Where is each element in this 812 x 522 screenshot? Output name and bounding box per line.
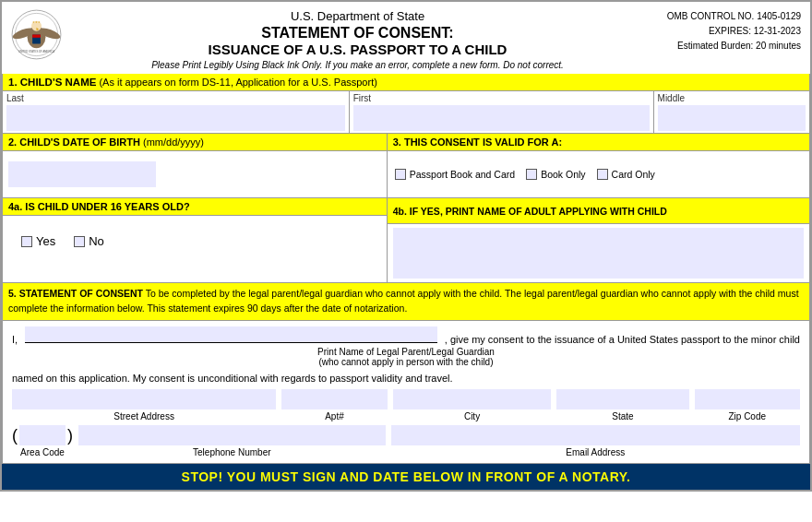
apt-field: Apt# [281, 389, 387, 421]
svg-text:★★★: ★★★ [32, 20, 41, 24]
city-field: City [393, 389, 552, 421]
phone-field: Telephone Number [78, 425, 386, 457]
section4a-header: 4a. IS CHILD UNDER 16 YEARS OLD? [3, 198, 387, 216]
form-page: ★★★ UNITED STATES OF AMERICA U.S. Depart… [0, 0, 812, 492]
phone-label: Telephone Number [193, 447, 271, 457]
section4b-input[interactable] [393, 228, 804, 279]
form-note: Please Print Legibly Using Black Ink Onl… [71, 60, 644, 70]
header-center: U.S. Department of State STATEMENT OF CO… [71, 9, 644, 70]
area-code-wrapper: ( ) Area Code [12, 425, 73, 457]
no-checkbox[interactable] [74, 236, 85, 247]
form-title: STATEMENT OF CONSENT: [71, 25, 644, 42]
card-only-option[interactable]: Card Only [597, 169, 655, 180]
section4a-content: Yes No [3, 216, 387, 267]
seal-icon: ★★★ UNITED STATES OF AMERICA [11, 9, 62, 60]
header: ★★★ UNITED STATES OF AMERICA U.S. Depart… [2, 2, 810, 74]
close-paren: ) [67, 427, 73, 444]
book-only-checkbox[interactable] [526, 169, 537, 180]
section5-header: 5. STATEMENT OF CONSENT To be completed … [2, 283, 810, 321]
book-only-option[interactable]: Book Only [526, 169, 585, 180]
area-code-input[interactable] [19, 425, 66, 445]
address-row: Street Address Apt# City State Zip Code [12, 389, 800, 421]
last-name-input[interactable] [6, 105, 345, 131]
print-name-input[interactable] [25, 326, 437, 343]
phone-row: ( ) Area Code Telephone Number Email Add… [12, 425, 800, 457]
section4b: 4b. IF YES, PRINT NAME OF ADULT APPLYING… [388, 198, 809, 282]
statement-body: I, , give my consent to the issuance of … [2, 321, 810, 464]
city-label: City [464, 411, 480, 421]
row-2-3: 2. CHILD'S DATE OF BIRTH (mm/dd/yyyy) 3.… [2, 134, 810, 198]
omb-control: OMB CONTROL NO. 1405-0129 [644, 9, 801, 24]
street-input[interactable] [12, 389, 276, 409]
consent-options: Passport Book and Card Book Only Card On… [388, 151, 809, 197]
zip-label: Zip Code [728, 411, 766, 421]
consent-header: 3. THIS CONSENT IS VALID FOR A: [388, 134, 809, 151]
state-label: State [612, 411, 633, 421]
phone-input[interactable] [78, 425, 386, 445]
section4a: 4a. IS CHILD UNDER 16 YEARS OLD? Yes No [3, 198, 388, 282]
zip-input[interactable] [695, 389, 800, 409]
passport-book-card-option[interactable]: Passport Book and Card [395, 169, 515, 180]
state-field: State [556, 389, 688, 421]
yes-option[interactable]: Yes [21, 234, 55, 248]
omb-info: OMB CONTROL NO. 1405-0129 EXPIRES: 12-31… [644, 9, 801, 53]
row-4: 4a. IS CHILD UNDER 16 YEARS OLD? Yes No … [2, 198, 810, 283]
section1-header: 1. CHILD'S NAME (As it appears on form D… [2, 74, 810, 91]
passport-book-card-checkbox[interactable] [395, 169, 406, 180]
first-label: First [353, 93, 650, 103]
svg-rect-8 [32, 35, 41, 38]
area-code-box: ( ) [12, 425, 73, 445]
email-label: Email Address [566, 447, 625, 457]
street-label: Street Address [113, 411, 174, 421]
statement-line-1: I, , give my consent to the issuance of … [12, 326, 800, 345]
street-field: Street Address [12, 389, 276, 421]
card-only-checkbox[interactable] [597, 169, 608, 180]
open-paren: ( [12, 427, 18, 444]
print-name-label: Print Name of Legal Parent/Legal Guardia… [12, 347, 800, 367]
yes-checkbox[interactable] [21, 236, 32, 247]
no-option[interactable]: No [74, 234, 104, 248]
email-input[interactable] [391, 425, 800, 445]
city-input[interactable] [393, 389, 552, 409]
name-row: Last First Middle [2, 91, 810, 134]
first-name-cell: First [350, 91, 654, 133]
omb-burden: Estimated Burden: 20 minutes [644, 39, 801, 53]
state-input[interactable] [556, 389, 688, 409]
section4b-header: 4b. IF YES, PRINT NAME OF ADULT APPLYING… [388, 198, 809, 224]
first-name-input[interactable] [353, 105, 650, 131]
dob-section: 2. CHILD'S DATE OF BIRTH (mm/dd/yyyy) [3, 134, 388, 197]
last-name-cell: Last [3, 91, 350, 133]
omb-expires: EXPIRES: 12-31-2023 [644, 24, 801, 39]
consent-section: 3. THIS CONSENT IS VALID FOR A: Passport… [388, 134, 809, 197]
dob-header: 2. CHILD'S DATE OF BIRTH (mm/dd/yyyy) [3, 134, 387, 151]
middle-label: Middle [658, 93, 806, 103]
consent-text: named on this application. My consent is… [12, 373, 800, 384]
dob-input[interactable] [8, 161, 156, 187]
apt-label: Apt# [325, 411, 344, 421]
area-label: Area Code [20, 447, 65, 457]
zip-field: Zip Code [695, 389, 800, 421]
middle-name-cell: Middle [654, 91, 809, 133]
email-field: Email Address [391, 425, 800, 457]
apt-input[interactable] [281, 389, 387, 409]
bottom-banner: STOP! YOU MUST SIGN AND DATE BELOW IN FR… [2, 464, 810, 490]
dept-name: U.S. Department of State [71, 9, 644, 23]
svg-text:UNITED STATES OF AMERICA: UNITED STATES OF AMERICA [18, 50, 54, 53]
form-subtitle: ISSUANCE OF A U.S. PASSPORT TO A CHILD [71, 42, 644, 57]
last-label: Last [6, 93, 345, 103]
middle-name-input[interactable] [658, 105, 806, 131]
dob-input-area [3, 151, 387, 197]
